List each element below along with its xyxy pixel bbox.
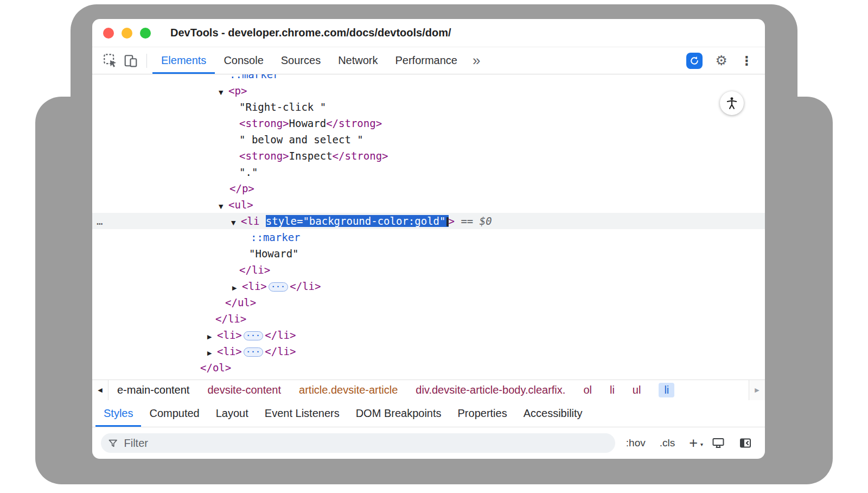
- breadcrumb-item-li[interactable]: li: [659, 383, 674, 397]
- breadcrumb-item-e-main-content[interactable]: e-main-content: [117, 384, 189, 396]
- devtools-toolbar: ElementsConsoleSourcesNetworkPerformance…: [92, 47, 765, 74]
- tree-row[interactable]: ▶<li>···</li>: [92, 327, 765, 343]
- token-tag: </ul>: [225, 296, 256, 308]
- toolbar-right-controls: ⚙ ⋮: [686, 53, 765, 69]
- tree-row[interactable]: "Right-click ": [92, 99, 765, 115]
- tab-performance[interactable]: Performance: [387, 47, 467, 74]
- device-toolbar-icon[interactable]: [123, 53, 139, 69]
- tab-elements[interactable]: Elements: [152, 47, 215, 74]
- toggle-element-state-button[interactable]: :hov: [626, 437, 646, 449]
- tree-row[interactable]: ▶<li>···</li>: [92, 343, 765, 359]
- settings-gear-icon[interactable]: ⚙: [716, 53, 727, 68]
- breadcrumb-scroll-left[interactable]: ◀: [92, 380, 108, 400]
- token-tag: <strong>: [239, 150, 289, 162]
- token-tag: >: [449, 215, 455, 227]
- token-text: Inspect: [289, 150, 333, 162]
- minimize-button[interactable]: [122, 28, 132, 39]
- panel-tab-properties[interactable]: Properties: [450, 400, 515, 427]
- tab-console[interactable]: Console: [215, 47, 272, 74]
- rendering-monitor-icon[interactable]: [712, 437, 725, 450]
- element-classes-button[interactable]: .cls: [660, 437, 675, 449]
- new-style-rule-button[interactable]: +▾: [689, 438, 698, 448]
- tree-row[interactable]: ▶<li>···</li>: [92, 278, 765, 294]
- elements-panel: ::marker▼<p>"Right-click "<strong>Howard…: [92, 74, 765, 380]
- styles-filter-field[interactable]: [101, 433, 615, 453]
- tree-row[interactable]: " below and select ": [92, 131, 765, 148]
- tree-row[interactable]: ::marker: [92, 229, 765, 245]
- kebab-menu-icon[interactable]: ⋮: [741, 54, 753, 68]
- token-tag: </li>: [265, 329, 296, 341]
- token-text: "Right-click ": [239, 101, 326, 113]
- tree-row[interactable]: "Howard": [92, 245, 765, 262]
- panel-tab-accessibility[interactable]: Accessibility: [515, 400, 591, 427]
- toolbar-tabs: ElementsConsoleSourcesNetworkPerformance: [152, 47, 466, 74]
- token-tag: <li>: [217, 329, 242, 341]
- breadcrumb-item-div-devsite-article-body-clearfix[interactable]: div.devsite-article-body.clearfix.: [416, 384, 565, 396]
- token-tag: </p>: [229, 182, 254, 194]
- breadcrumb-item-ol[interactable]: ol: [583, 384, 592, 396]
- dom-tree-rows: ::marker▼<p>"Right-click "<strong>Howard…: [92, 74, 765, 376]
- breadcrumb-item-article-devsite-article[interactable]: article.devsite-article: [299, 384, 398, 396]
- collapsed-content-icon[interactable]: ···: [244, 347, 263, 357]
- token-dollar: $0: [480, 215, 492, 227]
- tree-row[interactable]: ".": [92, 164, 765, 180]
- tree-row[interactable]: <strong>Inspect</strong>: [92, 148, 765, 164]
- collapsed-content-icon[interactable]: ···: [244, 331, 263, 340]
- refresh-arrows-icon: [689, 55, 700, 66]
- panel-tabs: StylesComputedLayoutEvent ListenersDOM B…: [92, 400, 765, 427]
- tree-row[interactable]: </p>: [92, 180, 765, 197]
- panel-tab-styles[interactable]: Styles: [95, 400, 141, 427]
- token-tag: <strong>: [239, 117, 289, 129]
- accessibility-button[interactable]: [720, 91, 744, 115]
- refresh-badge-icon[interactable]: [686, 53, 703, 69]
- token-eq: ==: [455, 215, 480, 227]
- token-tag: </strong>: [326, 117, 382, 129]
- row-actions-icon[interactable]: …: [97, 213, 103, 229]
- zoom-button[interactable]: [140, 28, 151, 39]
- panel-tab-event-listeners[interactable]: Event Listeners: [257, 400, 348, 427]
- token-tag: </li>: [239, 264, 270, 276]
- close-button[interactable]: [103, 28, 114, 39]
- breadcrumb-item-devsite-content[interactable]: devsite-content: [207, 384, 281, 396]
- tree-row[interactable]: ▼<ul>: [92, 197, 765, 213]
- breadcrumb-item-li[interactable]: li: [610, 384, 615, 396]
- inspect-element-icon[interactable]: [102, 53, 118, 69]
- tab-network[interactable]: Network: [329, 47, 386, 74]
- token-text: "Howard": [249, 248, 299, 260]
- filter-input[interactable]: [124, 437, 608, 450]
- tree-row[interactable]: <strong>Howard</strong>: [92, 115, 765, 131]
- token-tag: <ul>: [228, 199, 253, 211]
- window-title: DevTools - developer.chrome.com/docs/dev…: [170, 27, 451, 39]
- device-screens-icon: [124, 54, 138, 68]
- inspect-cursor-icon: [103, 53, 118, 68]
- token-tag: </li>: [215, 313, 246, 325]
- accessibility-person-icon: [725, 96, 739, 110]
- token-tag: </ol>: [200, 362, 231, 374]
- breadcrumb: e-main-contentdevsite-contentarticle.dev…: [108, 380, 749, 400]
- token-tag: <li>: [242, 280, 267, 292]
- plus-icon: +: [689, 435, 698, 451]
- caret-down-icon: ▾: [700, 439, 703, 450]
- tree-row[interactable]: </ol>: [92, 359, 765, 376]
- panel-tab-dom-breakpoints[interactable]: DOM Breakpoints: [348, 400, 450, 427]
- panel-tab-layout[interactable]: Layout: [208, 400, 257, 427]
- breadcrumb-item-ul[interactable]: ul: [633, 384, 641, 396]
- toggle-sidebar-icon[interactable]: [739, 437, 752, 450]
- tree-row[interactable]: </ul>: [92, 294, 765, 311]
- token-tag: </li>: [265, 345, 296, 357]
- collapsed-content-icon[interactable]: ···: [269, 282, 288, 292]
- tree-row[interactable]: …▼<li style="background-color:gold"> == …: [92, 213, 765, 229]
- tree-row[interactable]: ::marker: [92, 74, 765, 83]
- tree-row[interactable]: </li>: [92, 262, 765, 278]
- token-tag: </strong>: [333, 150, 388, 162]
- breadcrumb-scroll-right[interactable]: ▶: [749, 380, 765, 400]
- token-sel[interactable]: style="background-color:gold": [266, 215, 449, 227]
- tree-row[interactable]: </li>: [92, 311, 765, 327]
- more-tabs-icon[interactable]: »: [466, 52, 487, 69]
- breadcrumb-bar: ◀ e-main-contentdevsite-contentarticle.d…: [92, 380, 765, 400]
- filter-right-controls: :hov .cls +▾: [626, 437, 756, 450]
- toolbar-divider: [146, 54, 147, 68]
- panel-tab-computed[interactable]: Computed: [141, 400, 207, 427]
- tree-row[interactable]: ▼<p>: [92, 83, 765, 99]
- tab-sources[interactable]: Sources: [272, 47, 329, 74]
